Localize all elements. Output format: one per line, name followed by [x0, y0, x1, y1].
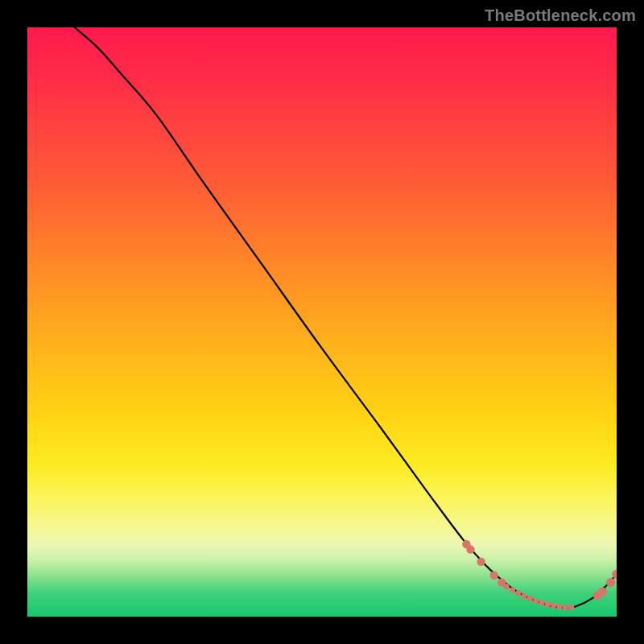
highlight-dot [515, 590, 521, 596]
watermark-text: TheBottleneck.com [485, 6, 636, 25]
highlight-dot [497, 578, 506, 586]
highlight-dots [462, 540, 617, 610]
highlight-dot [612, 570, 617, 579]
highlight-dot [521, 593, 526, 599]
highlight-dot [556, 604, 562, 609]
highlight-dot [606, 578, 615, 587]
chart-plot-area [27, 27, 617, 617]
highlight-dot [533, 598, 539, 604]
highlight-dot [527, 596, 533, 601]
highlight-dot [539, 600, 544, 605]
highlight-dot [593, 591, 602, 600]
chart-frame: TheBottleneck.com [0, 0, 644, 644]
highlight-dot [504, 584, 510, 589]
highlight-dot [510, 587, 515, 592]
highlight-dot [545, 601, 551, 607]
chart-svg [27, 27, 617, 617]
highlight-dot [477, 558, 485, 566]
highlight-dot [563, 605, 568, 610]
highlight-dot [598, 588, 607, 597]
highlight-dot [466, 545, 474, 553]
bottleneck-curve [75, 27, 617, 608]
highlight-dot [490, 572, 498, 580]
highlight-dot [462, 540, 470, 548]
highlight-dot [568, 605, 574, 610]
highlight-dot [551, 602, 556, 608]
